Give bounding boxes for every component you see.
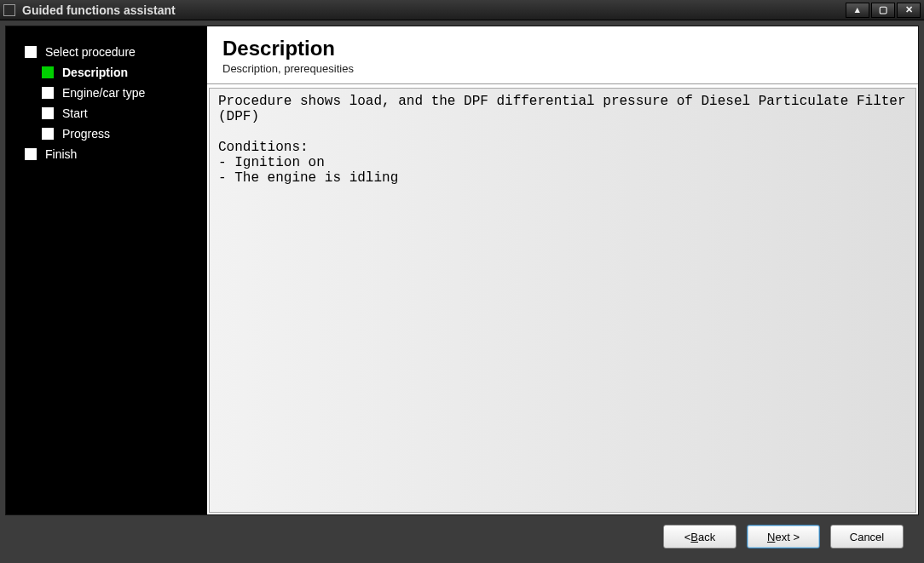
step-label: Select procedure (45, 45, 136, 59)
step-select-procedure[interactable]: Select procedure (13, 42, 200, 62)
wizard-sidebar: Select procedure Description Engine/car … (6, 26, 207, 514)
step-engine-car-type[interactable]: Engine/car type (13, 83, 200, 103)
step-label: Start (62, 106, 88, 120)
content-panel: Description Description, prerequesities … (207, 26, 918, 514)
step-marker-icon (42, 87, 54, 99)
step-start[interactable]: Start (13, 103, 200, 124)
page-subtitle: Description, prerequesities (222, 62, 903, 75)
next-button[interactable]: Next > (747, 525, 820, 549)
step-finish[interactable]: Finish (13, 144, 200, 164)
minimize-button[interactable]: ▴ (846, 3, 869, 18)
step-label: Progress (62, 127, 110, 141)
step-progress[interactable]: Progress (13, 124, 200, 144)
maximize-button[interactable]: ▢ (871, 3, 895, 18)
content-header: Description Description, prerequesities (207, 26, 918, 84)
description-text: Procedure shows load, and the DPF differ… (209, 88, 916, 513)
title-bar: Guided functions assistant ▴ ▢ ✕ (0, 0, 924, 20)
step-marker-icon (42, 107, 54, 119)
back-button[interactable]: < Back (663, 525, 736, 549)
step-marker-icon (42, 128, 54, 140)
step-label: Finish (45, 147, 77, 161)
page-title: Description (222, 37, 903, 60)
step-marker-icon (25, 148, 37, 160)
step-marker-icon (25, 46, 37, 58)
step-description[interactable]: Description (13, 62, 200, 83)
step-marker-icon (42, 66, 54, 78)
close-button[interactable]: ✕ (897, 3, 921, 18)
step-label: Description (62, 66, 128, 79)
wizard-footer: < Back Next > Cancel (5, 515, 919, 558)
window-title: Guided functions assistant (22, 3, 844, 17)
system-menu-icon[interactable] (3, 4, 15, 16)
cancel-button[interactable]: Cancel (830, 525, 904, 549)
step-label: Engine/car type (62, 86, 145, 100)
